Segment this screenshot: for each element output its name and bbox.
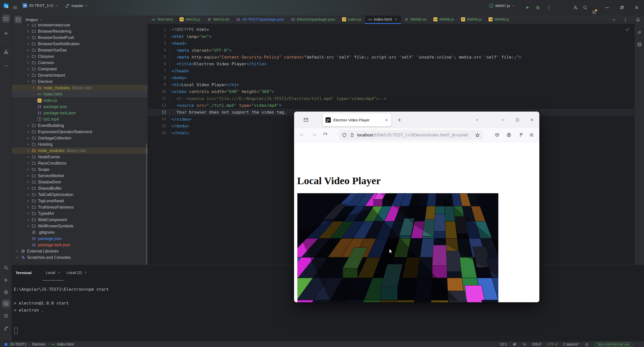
project-view-button[interactable] [14,16,22,23]
reload-icon[interactable] [323,132,328,137]
tree-item-hoisting[interactable]: Hoisting [12,141,148,147]
tab-close-icon[interactable] [385,118,388,122]
editor-tab-im-09-js[interactable]: JSIM#09.js [458,16,485,24]
tree-item-package-lock-json[interactable]: {}package-lock.json [12,242,148,248]
tree-item-package-lock-json[interactable]: {}package-lock.json [12,110,148,116]
tree-scrollbar[interactable] [146,143,147,274]
browser-maximize-button[interactable] [515,112,520,128]
tree-chevron-icon[interactable] [26,218,30,222]
breadcrumb-project[interactable]: JS-TEST1 [10,342,26,346]
url-text[interactable]: localhost:63342/JS-TEST_1+2/Electron/Ind… [357,130,473,140]
sync-status-icon[interactable] [522,342,527,346]
main-menu-icon[interactable] [13,5,18,10]
tree-chevron-icon[interactable] [26,67,30,71]
tree-chevron-icon[interactable] [26,180,30,184]
services-tool-button[interactable] [2,288,10,296]
window-minimize-button[interactable] [605,5,610,10]
tree-item-package-json[interactable]: {}package.json [12,235,148,242]
tab-options-icon[interactable] [623,17,628,22]
tree-item-node-modules[interactable]: node_moduleslibrary root [12,147,148,154]
tree-item-eventbubbling[interactable]: EventBubbling [12,122,148,129]
bookmark-star-icon[interactable] [475,133,480,138]
tree-chevron-icon[interactable] [26,142,30,146]
tree-item-node-modules[interactable]: node_moduleslibrary root [12,85,148,91]
more-actions-icon[interactable] [546,5,551,10]
video-player[interactable] [297,193,498,302]
code-line-2[interactable]: 2<html lang="en"> [148,33,634,40]
editor-tab-js-test1-package-json[interactable]: {}JS-TEST1\package.json [233,16,288,24]
tree-chevron-icon[interactable] [26,130,30,134]
ai-assistant-button[interactable] [635,28,643,36]
tree-chevron-icon[interactable] [26,136,30,140]
tree-chevron-icon[interactable] [26,124,30,127]
tree-chevron-icon[interactable] [31,86,36,90]
tree-chevron-icon[interactable] [26,199,30,203]
tree-item-scratches-and-consoles[interactable]: Scratches and Consoles [12,254,148,261]
find-tool-button[interactable] [2,264,10,272]
file-encoding[interactable]: UTF-8 [547,342,557,346]
terminal-tool-button[interactable] [2,300,10,308]
commit-tool-button[interactable] [2,29,10,37]
browser-minimize-button[interactable] [501,112,505,128]
inspections-ok-icon[interactable] [625,27,630,32]
license-badge[interactable]: Non-commercial use [594,342,633,347]
breadcrumb[interactable]: JS-TEST1 › Electron › <> Index.html [5,342,74,346]
menu-icon[interactable] [529,132,534,137]
code-line-4[interactable]: 4 <meta charset="UTF-8"> [148,47,634,54]
account-icon[interactable] [506,132,511,137]
code-line-9[interactable]: 9<h1>Local Video Player</h1> [148,81,634,88]
tree-chevron-icon[interactable] [15,256,19,259]
tree-chevron-icon[interactable] [26,24,30,27]
browser-close-button[interactable] [530,112,534,128]
tree-item-browservuesse[interactable]: BrowserVueSse [12,47,148,53]
tree-item--gitignore[interactable]: .gitignore [12,229,148,235]
browser-tab[interactable]: WS Electron Video Player [323,113,391,126]
branch-widget[interactable]: master [65,3,88,8]
code-line-12[interactable]: 12 <source src="./tst1.mp4" type="video/… [148,102,634,109]
lock-icon[interactable] [585,342,589,346]
terminal-tab-local-2-[interactable]: Local (2) [64,265,90,281]
editor-tab-im-06-txt[interactable]: IM#06.txt [401,16,430,24]
tree-item-dynamicimport[interactable]: DynamicImport [12,72,148,78]
terminal-tab-close-icon[interactable] [58,271,61,274]
tree-item-external-libraries[interactable]: External Libraries [12,248,148,254]
tree-item-webcomponent[interactable]: WebComponent [12,217,148,223]
tree-item-expressionoperatorstatement[interactable]: ExpressionOperatorStatement [12,129,148,135]
extension-icon[interactable] [519,132,524,137]
tree-chevron-icon[interactable] [26,168,30,171]
tree-chevron-icon[interactable] [26,224,30,228]
git-tool-button[interactable] [2,324,10,332]
tab-list-icon[interactable] [475,112,479,128]
code-line-3[interactable]: 3<head> [148,40,634,47]
tree-item-index-html[interactable]: <>Index.html [12,91,148,97]
tree-item-raceconditions[interactable]: RaceConditions [12,160,148,166]
sidebar-icon[interactable] [303,112,309,128]
run-button[interactable] [525,5,530,10]
problems-tool-button[interactable] [2,312,10,320]
code-line-6[interactable]: 6 <title>Electron Video Player</title> [148,61,634,67]
back-icon[interactable] [299,132,304,137]
caret-position[interactable]: 13:1 [500,342,507,346]
tree-item-browserssenotification[interactable]: BrowserSseNotification [12,41,148,47]
debug-button[interactable] [535,5,540,10]
tree-item-tailcalloptimization[interactable]: TailCallOptimization [12,191,148,198]
forward-icon[interactable] [312,132,317,137]
tree-chevron-icon[interactable] [26,48,30,52]
code-line-8[interactable]: 8<body> [148,74,634,81]
tree-item-toplevelawait[interactable]: TopLevelAwait [12,198,148,204]
search-everywhere-icon[interactable] [583,5,588,10]
tree-chevron-icon[interactable] [26,80,30,83]
line-separator[interactable]: CRLF [532,342,542,346]
tree-chevron-icon[interactable] [26,149,30,153]
url-bar[interactable]: localhost:63342/JS-TEST_1+2/Electron/Ind… [339,130,483,140]
breadcrumb-folder[interactable]: Electron [32,342,46,346]
editor-tab-im-08-js[interactable]: JSIM#08.js [485,16,513,24]
hidden-tabs-icon[interactable] [611,17,616,22]
notifications-bell-icon[interactable] [635,17,640,22]
tree-chevron-icon[interactable] [26,193,30,196]
editor-tab-index-js[interactable]: JSindex.js [339,16,365,24]
tree-item-nodeevents[interactable]: NodeEvents [12,154,148,160]
tree-item-browserreactsse[interactable]: BrowserReactSse [12,24,148,28]
tree-item-sharedbuffer[interactable]: SharedBuffer [12,185,148,191]
run-tool-button[interactable] [2,276,10,284]
